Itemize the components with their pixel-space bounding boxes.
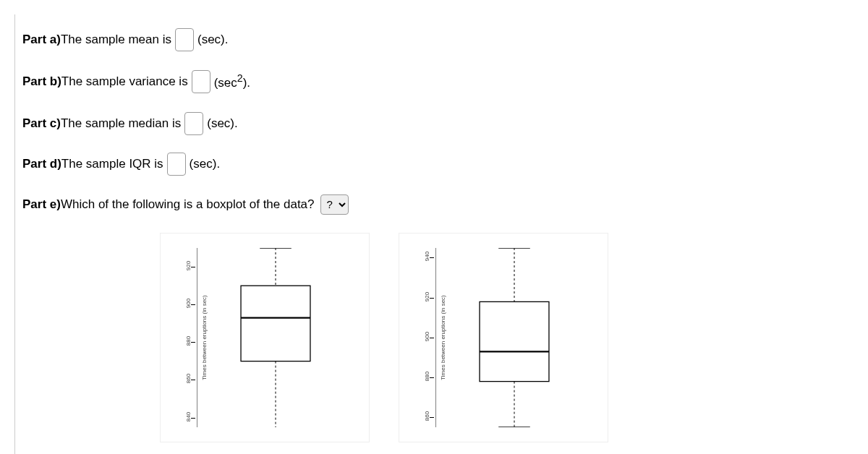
part-b-input[interactable] xyxy=(192,70,210,93)
part-d-text: The sample IQR is xyxy=(61,152,163,176)
chart-label-a: A xyxy=(260,451,269,454)
part-c-unit: (sec). xyxy=(207,111,238,136)
part-d-line: Part d) The sample IQR is (sec). xyxy=(22,152,839,176)
part-a-text: The sample mean is xyxy=(61,27,171,52)
chart-label-b: B xyxy=(498,451,508,454)
question-card: Part a) The sample mean is (sec). Part b… xyxy=(14,14,846,454)
part-b-unit: (sec2). xyxy=(214,68,250,95)
part-b-line: Part b) The sample variance is (sec2). xyxy=(22,68,839,95)
part-d-unit: (sec). xyxy=(190,152,221,176)
part-c-label: Part c) xyxy=(22,111,61,136)
part-c-input[interactable] xyxy=(184,112,203,135)
part-c-line: Part c) The sample median is (sec). xyxy=(22,111,839,136)
part-c-text: The sample median is xyxy=(61,111,181,136)
part-a-line: Part a) The sample mean is (sec). xyxy=(22,27,839,52)
chart-cell-a: Times between eruptions (in sec) 8408608… xyxy=(160,233,370,454)
charts-row: Times between eruptions (in sec) 8408608… xyxy=(160,233,839,454)
part-d-input[interactable] xyxy=(167,153,186,176)
part-b-label: Part b) xyxy=(22,69,61,94)
chart-cell-b: Times between eruptions (in sec) 8608809… xyxy=(399,233,608,454)
part-d-label: Part d) xyxy=(22,152,61,176)
part-e-text: Which of the following is a boxplot of t… xyxy=(61,192,315,217)
boxplot-a: Times between eruptions (in sec) 8408608… xyxy=(160,233,370,442)
part-a-unit: (sec). xyxy=(197,27,229,52)
part-a-label: Part a) xyxy=(22,27,61,52)
part-e-line: Part e) Which of the following is a boxp… xyxy=(22,192,839,217)
part-b-text: The sample variance is xyxy=(61,69,188,94)
part-e-label: Part e) xyxy=(22,192,61,217)
part-a-input[interactable] xyxy=(175,28,194,51)
svg-rect-12 xyxy=(480,301,549,381)
part-e-select[interactable]: ? xyxy=(320,194,349,215)
svg-rect-5 xyxy=(241,286,310,361)
boxplot-b: Times between eruptions (in sec) 8608809… xyxy=(399,233,608,442)
